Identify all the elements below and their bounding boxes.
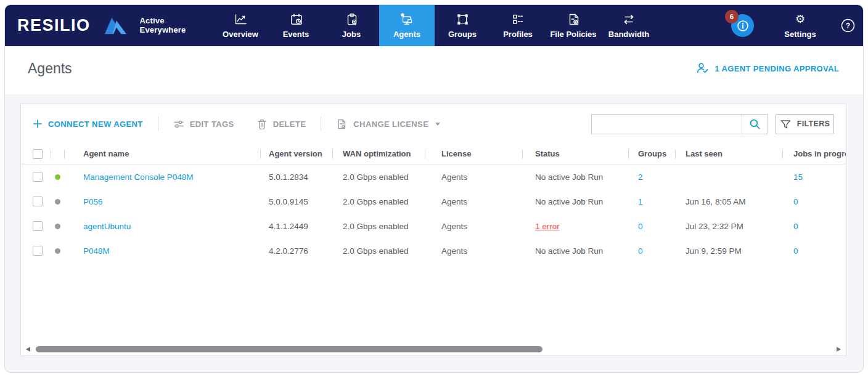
- groups-count-link[interactable]: 2: [638, 172, 643, 182]
- column-header-last-seen[interactable]: Last seen: [675, 144, 782, 164]
- scroll-left-arrow-icon[interactable]: [26, 347, 30, 352]
- table-row: P048M 4.2.0.2776 2.0 Gbps enabled Agents…: [21, 238, 846, 263]
- scrollbar-thumb[interactable]: [36, 346, 542, 352]
- status-dot-column: [51, 144, 64, 164]
- trash-icon: [256, 118, 268, 130]
- toolbar-divider: [321, 116, 321, 131]
- select-all-cell: [21, 144, 51, 164]
- nav-item-bandwidth[interactable]: Bandwidth: [601, 5, 657, 46]
- error-status-link[interactable]: 1 error: [535, 222, 560, 231]
- search-input[interactable]: [592, 115, 742, 134]
- jobs-in-progress-link[interactable]: 15: [793, 172, 803, 182]
- nav-label: File Policies: [550, 30, 596, 39]
- nav-item-agents[interactable]: Agents: [379, 5, 435, 46]
- app-window: RESILIO Active Everywhere Overview: [4, 4, 864, 373]
- tags-icon: [173, 119, 184, 129]
- column-header-agent-name[interactable]: Agent name: [64, 144, 260, 164]
- column-header-groups[interactable]: Groups: [628, 144, 675, 164]
- agent-version: 4.2.0.2776: [260, 238, 332, 263]
- license: Agents: [425, 189, 522, 214]
- groups-count-link[interactable]: 0: [638, 246, 643, 256]
- question-mark-icon: ?: [840, 18, 856, 33]
- offline-status-dot: [55, 224, 60, 229]
- chevron-down-icon: [435, 123, 440, 126]
- search-button[interactable]: [742, 115, 767, 134]
- overview-icon: [234, 13, 247, 26]
- nav-item-jobs[interactable]: Jobs: [324, 5, 379, 46]
- groups-count-link[interactable]: 0: [638, 222, 643, 231]
- agent-name-link[interactable]: P056: [83, 197, 103, 206]
- groups-count-link[interactable]: 1: [638, 197, 643, 206]
- agent-version: 5.0.1.2834: [260, 164, 332, 189]
- column-header-status[interactable]: Status: [522, 144, 628, 164]
- search-icon: [749, 118, 761, 130]
- jobs-in-progress-link[interactable]: 0: [793, 246, 798, 256]
- last-seen: Jul 23, 2:32 PM: [675, 214, 782, 238]
- row-checkbox[interactable]: [33, 197, 43, 206]
- agent-name-link[interactable]: P048M: [83, 246, 110, 256]
- column-header-agent-version[interactable]: Agent version: [260, 144, 332, 164]
- row-checkbox[interactable]: [33, 172, 43, 182]
- page-title: Agents: [28, 60, 72, 77]
- nav-label: Profiles: [503, 30, 533, 39]
- search-box: [591, 114, 768, 134]
- nav-item-settings[interactable]: ⚙ Settings: [772, 5, 828, 46]
- nav-item-groups[interactable]: Groups: [435, 5, 490, 46]
- column-header-license[interactable]: License: [425, 144, 522, 164]
- nav-label: Jobs: [342, 30, 361, 39]
- brand: RESILIO Active Everywhere: [17, 5, 186, 46]
- wan-optimization: 2.0 Gbps enabled: [332, 214, 425, 238]
- status: No active Job Run: [522, 189, 628, 214]
- agent-name-link[interactable]: Management Console P048M: [83, 172, 194, 182]
- top-navbar: RESILIO Active Everywhere Overview: [5, 5, 863, 46]
- svg-text:?: ?: [846, 22, 850, 30]
- edit-tags-button[interactable]: EDIT TAGS: [173, 119, 234, 129]
- nav-label: Bandwidth: [608, 30, 649, 39]
- last-seen: Jun 9, 2:59 PM: [675, 238, 782, 263]
- pending-approval-link[interactable]: 1 AGENT PENDING APPROVAL: [696, 62, 840, 75]
- jobs-icon: [345, 13, 358, 26]
- connect-new-agent-button[interactable]: CONNECT NEW AGENT: [33, 119, 143, 129]
- license-icon: [336, 118, 348, 130]
- select-all-checkbox[interactable]: [33, 149, 43, 159]
- brand-product-name: Active Everywhere: [140, 17, 186, 35]
- change-license-button[interactable]: CHANGE LICENSE: [336, 118, 440, 130]
- nav-label: Overview: [223, 30, 258, 39]
- nav-label: Agents: [393, 30, 420, 39]
- nav-item-events[interactable]: Events: [268, 5, 324, 46]
- jobs-in-progress-link[interactable]: 0: [793, 197, 798, 206]
- scroll-right-arrow-icon[interactable]: [837, 347, 841, 352]
- last-seen: Jun 16, 8:05 AM: [675, 189, 782, 214]
- filters-button[interactable]: FILTERS: [776, 114, 834, 134]
- agents-card: CONNECT NEW AGENT EDIT TAGS: [20, 103, 846, 356]
- agent-approve-icon: [696, 62, 710, 75]
- nav-label: Events: [283, 30, 309, 39]
- row-checkbox[interactable]: [33, 246, 43, 256]
- license: Agents: [425, 164, 522, 189]
- nav-item-profiles[interactable]: Profiles: [490, 5, 546, 46]
- column-header-jobs-in-progress[interactable]: Jobs in progress: [782, 144, 846, 164]
- table-row: agentUbuntu 4.1.1.2449 2.0 Gbps enabled …: [21, 214, 846, 238]
- navbar-right: 6 ⚙ Settings ?: [731, 5, 863, 46]
- filter-funnel-icon: [780, 119, 792, 129]
- offline-status-dot: [55, 248, 60, 254]
- nav-item-overview[interactable]: Overview: [213, 5, 268, 46]
- delete-button[interactable]: DELETE: [256, 118, 306, 130]
- agent-version: 4.1.1.2449: [260, 214, 332, 238]
- last-seen: [675, 164, 782, 189]
- page-header: Agents 1 AGENT PENDING APPROVAL: [5, 46, 863, 94]
- row-checkbox[interactable]: [33, 221, 43, 231]
- profiles-icon: [512, 13, 525, 26]
- notification-badge[interactable]: 6: [725, 10, 739, 23]
- toolbar-divider: [158, 116, 158, 131]
- active-everywhere-logo-icon: [102, 15, 128, 37]
- nav-item-file-policies[interactable]: File Policies: [546, 5, 601, 46]
- table-row: Management Console P048M 5.0.1.2834 2.0 …: [21, 164, 846, 189]
- column-header-wan-optimization[interactable]: WAN optimization: [332, 144, 425, 164]
- offline-status-dot: [55, 199, 60, 205]
- agent-name-link[interactable]: agentUbuntu: [83, 222, 131, 231]
- jobs-in-progress-link[interactable]: 0: [793, 222, 798, 231]
- pending-approval-label: 1 AGENT PENDING APPROVAL: [715, 64, 840, 73]
- plus-icon: [33, 119, 43, 129]
- help-button[interactable]: ?: [840, 18, 856, 33]
